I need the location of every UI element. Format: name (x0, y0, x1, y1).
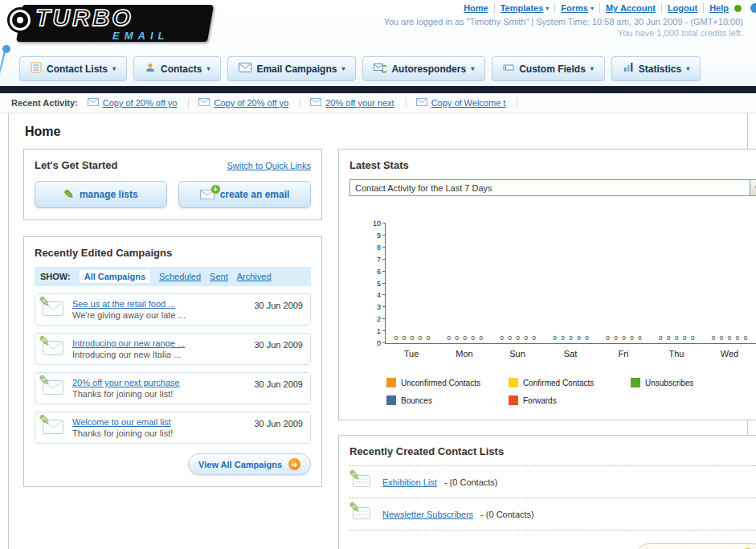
tab-autoresponders[interactable]: Autoresponders ▾ (362, 56, 485, 81)
chevron-down-icon: ▾ (546, 5, 549, 12)
bar-value-label: 0 (606, 334, 609, 342)
y-axis-tick-label: 6 (358, 268, 381, 276)
recently-edited-campaigns-panel: Recently Edited Campaigns SHOW: All Camp… (23, 236, 322, 487)
tab-contacts[interactable]: Contacts ▾ (133, 56, 221, 81)
bar-value-label: 0 (508, 334, 511, 342)
top-link-logout[interactable]: Logout (668, 3, 697, 13)
main-content: Home Let's Get Started Switch to Quick L… (8, 113, 748, 549)
right-column: Latest Stats Contact Activity for the La… (338, 149, 756, 549)
y-axis-tick-mark (382, 342, 386, 343)
legend-label: Bounces (401, 396, 432, 405)
legend-swatch (509, 395, 518, 405)
bar-value-label: 0 (630, 334, 633, 342)
autoresponders-icon (374, 62, 386, 76)
tab-contact-lists[interactable]: Contact Lists ▾ (19, 56, 127, 81)
legend-label: Forwards (523, 396, 557, 405)
x-axis-category-label: Fri (597, 349, 650, 358)
recent-activity-item[interactable]: Copy of 20% off yo (198, 98, 300, 108)
campaign-title-link[interactable]: See us at the retail food ... (72, 299, 247, 309)
bar-value-label: 0 (683, 334, 686, 342)
top-link-help[interactable]: Help (709, 3, 729, 13)
top-link-my-account[interactable]: My Account (606, 3, 656, 13)
show-label: SHOW: (40, 272, 71, 281)
recent-activity-link[interactable]: 20% off your next (325, 98, 394, 108)
bar-value-label: 0 (728, 334, 731, 342)
campaign-subtitle: We're giving away our late ... (72, 310, 247, 320)
custom-fields-icon (503, 62, 514, 76)
campaign-title-link[interactable]: 20% off your next purchase (72, 378, 247, 387)
recent-activity-link[interactable]: Copy of Welcome t (431, 98, 506, 108)
x-axis-category-label: Wed (703, 349, 756, 358)
main-navbar: Contact Lists ▾ Contacts ▾ Email Campaig… (0, 50, 756, 86)
bar-value-label: 0 (720, 334, 723, 342)
top-link-forms[interactable]: Forms (561, 3, 588, 13)
legend-item: Bounces (386, 395, 509, 405)
top-link-templates[interactable]: Templates (501, 3, 544, 13)
campaign-row[interactable]: ✎ 20% off your next purchase Thanks for … (35, 372, 311, 404)
campaign-subtitle: Introducing our new Italia ... (72, 350, 247, 359)
tab-statistics[interactable]: Statistics ▾ (611, 56, 701, 81)
filter-scheduled[interactable]: Scheduled (159, 272, 201, 281)
create-email-button[interactable]: + create an email (178, 181, 311, 208)
recent-activity-link[interactable]: Copy of 20% off yo (103, 98, 178, 108)
chart-bar-group: 00000 (386, 223, 439, 343)
filter-all-campaigns[interactable]: All Campaigns (80, 270, 150, 283)
app-logo[interactable]: TURBO EMAIL (8, 3, 215, 45)
recent-activity-item[interactable]: Copy of 20% off yo (88, 98, 190, 108)
statistics-icon (623, 62, 634, 76)
contact-list-name-link[interactable]: Newsletter Subscribers (382, 510, 473, 519)
x-axis-category-label: Thu (650, 349, 703, 358)
list-edit-icon: ✎ (353, 507, 375, 521)
chevron-down-icon: ▾ (686, 65, 689, 72)
recent-activity-item[interactable]: Copy of Welcome t (416, 98, 518, 108)
chart-bar-group: 00000 (703, 223, 756, 343)
y-axis-tick-label: 3 (358, 303, 381, 311)
manage-lists-button[interactable]: ✎ manage lists (35, 181, 167, 208)
credits-text: You have 1,000 total credits left. (384, 28, 743, 38)
x-axis-category-label: Sat (544, 349, 597, 358)
campaign-title-link[interactable]: Introducing our new range ... (72, 338, 247, 348)
filter-archived[interactable]: Archived (237, 272, 272, 281)
login-info-text: You are logged in as "Timothy Smith" | S… (384, 17, 743, 27)
contact-list-item[interactable]: ✎ Exhibition List - (0 Contacts) (349, 466, 756, 498)
legend-swatch (631, 378, 640, 387)
campaign-subtitle: Thanks for joining our list! (72, 389, 247, 399)
top-header: TURBO EMAIL Home Templates▾ Forms▾ My Ac… (0, 0, 756, 50)
campaign-row[interactable]: ✎ Introducing our new range ... Introduc… (35, 333, 311, 365)
campaign-filter-bar: SHOW: All Campaigns Scheduled Sent Archi… (35, 267, 311, 286)
help-status-dot (734, 5, 742, 12)
tab-email-campaigns[interactable]: Email Campaigns ▾ (227, 56, 356, 81)
get-started-title: Let's Get Started (35, 159, 118, 171)
legend-label: Unconfirmed Contacts (401, 379, 480, 387)
pencil-icon: ✎ (63, 187, 74, 202)
contact-lists-icon (31, 62, 42, 76)
bar-value-label: 0 (667, 334, 670, 342)
filter-sent[interactable]: Sent (210, 272, 228, 281)
campaign-row[interactable]: ✎ See us at the retail food ... We're gi… (35, 293, 311, 326)
y-axis-tick-mark (382, 306, 386, 307)
stats-period-select[interactable]: Contact Activity for the Last 7 Days ▼ (349, 179, 756, 196)
recent-activity-item[interactable]: 20% off your next (310, 98, 406, 108)
latest-stats-title: Latest Stats (349, 159, 756, 171)
bar-value-label: 0 (577, 334, 580, 342)
y-axis-tick-mark (382, 330, 386, 331)
see-all-contact-lists-button[interactable]: See All Contact Lists ➜ (637, 543, 756, 549)
tab-custom-fields[interactable]: Custom Fields ▾ (492, 56, 605, 81)
view-all-campaigns-button[interactable]: View All Campaigns ➜ (188, 453, 311, 475)
legend-swatch (386, 395, 396, 405)
contact-list-name-link[interactable]: Exhibition List (382, 477, 437, 487)
top-link-home[interactable]: Home (464, 3, 488, 13)
contact-list-item[interactable]: ✎ Newsletter Subscribers - (0 Contacts) (349, 498, 756, 531)
stats-period-value: Contact Activity for the Last 7 Days (355, 183, 492, 193)
envelope-icon (310, 98, 321, 108)
campaign-row[interactable]: ✎ Welcome to our email list Thanks for j… (35, 412, 311, 444)
email-campaigns-icon (239, 63, 251, 75)
bar-value-label: 0 (712, 334, 715, 342)
x-axis-category-label: Tue (385, 349, 438, 358)
campaign-edit-icon: ✎ (43, 301, 65, 318)
envelope-icon (88, 98, 99, 108)
campaign-title-link[interactable]: Welcome to our email list (72, 417, 247, 427)
recent-activity-link[interactable]: Copy of 20% off yo (214, 98, 288, 108)
switch-quick-links-link[interactable]: Switch to Quick Links (227, 161, 311, 170)
y-axis-tick-mark (382, 271, 386, 272)
